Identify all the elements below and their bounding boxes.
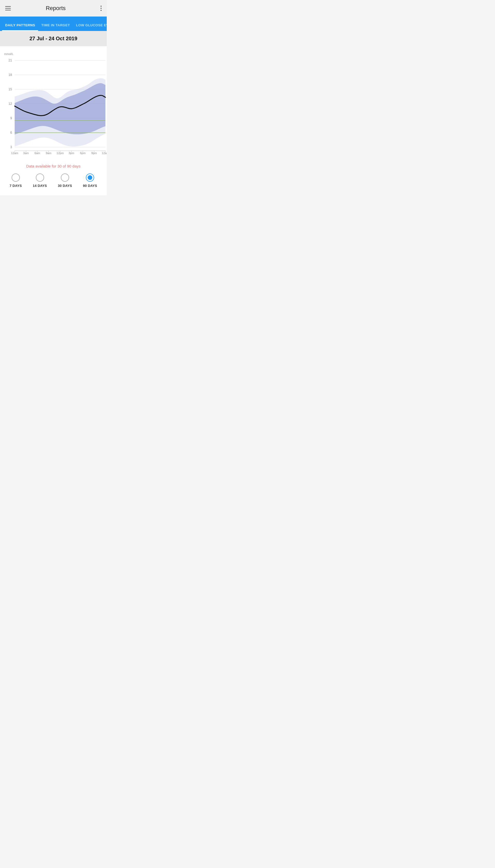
period-14days-label: 14 DAYS [33, 184, 47, 187]
radio-circle-7days[interactable] [12, 174, 20, 182]
period-30days-label: 30 DAYS [58, 184, 72, 187]
page-title: Reports [46, 5, 66, 12]
period-7days-label: 7 DAYS [10, 184, 22, 187]
period-selector: 7 DAYS 14 DAYS 30 DAYS 90 DAYS [0, 174, 107, 187]
date-range-bar: 27 Jul - 24 Oct 2019 [0, 31, 107, 46]
svg-text:15: 15 [8, 87, 12, 91]
svg-text:6: 6 [10, 131, 12, 134]
svg-text:18: 18 [8, 73, 12, 77]
svg-text:12: 12 [8, 102, 12, 105]
radio-circle-90days[interactable] [86, 174, 94, 182]
tab-low-glucose[interactable]: LOW GLUCOSE EVE [73, 20, 107, 31]
svg-text:21: 21 [8, 59, 12, 62]
tab-time-in-target[interactable]: TIME IN TARGET [38, 20, 73, 31]
period-90days[interactable]: 90 DAYS [83, 174, 97, 187]
more-options-button[interactable] [101, 6, 102, 11]
svg-text:3: 3 [10, 145, 12, 149]
glucose-chart: 21 18 15 12 9 6 3 [4, 56, 107, 154]
chart-area: 21 18 15 12 9 6 3 [4, 56, 107, 154]
menu-button[interactable] [5, 6, 11, 10]
bottom-section: Data available for 30 of 90 days 7 DAYS … [0, 159, 107, 195]
period-30days[interactable]: 30 DAYS [58, 174, 72, 187]
svg-text:9: 9 [10, 116, 12, 120]
chart-container: mmol/L 21 [0, 46, 107, 159]
period-7days[interactable]: 7 DAYS [10, 174, 22, 187]
tab-daily-patterns[interactable]: DAILY PATTERNS [2, 20, 38, 31]
period-14days[interactable]: 14 DAYS [33, 174, 47, 187]
radio-circle-14days[interactable] [36, 174, 44, 182]
radio-circle-30days[interactable] [61, 174, 69, 182]
tab-bar: DAILY PATTERNS TIME IN TARGET LOW GLUCOS… [0, 17, 107, 31]
y-axis-unit: mmol/L [4, 52, 105, 55]
svg-text:12am: 12am [102, 151, 107, 154]
data-availability-note: Data available for 30 of 90 days [0, 164, 107, 168]
period-90days-label: 90 DAYS [83, 184, 97, 187]
date-range-label: 27 Jul - 24 Oct 2019 [29, 36, 78, 41]
app-header: Reports [0, 0, 107, 17]
